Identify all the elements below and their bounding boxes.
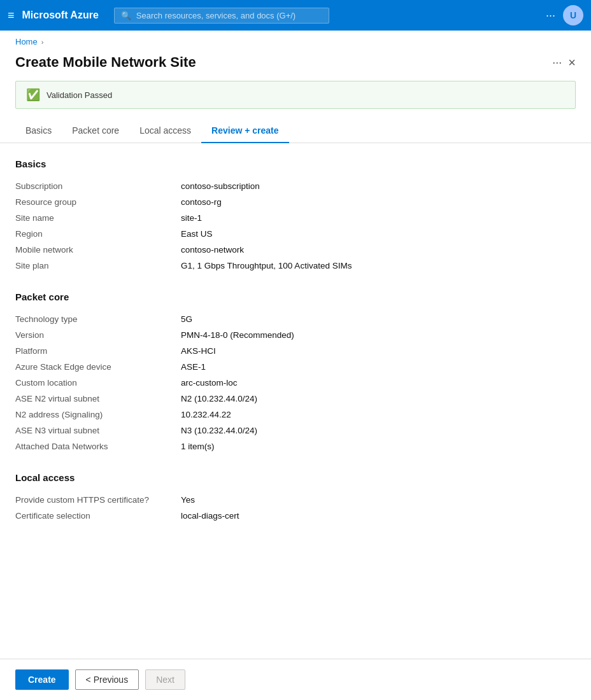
basics-section-title: Basics <box>15 158 576 169</box>
validation-message: Validation Passed <box>46 90 112 100</box>
field-site-name: Site name site-1 <box>15 210 576 226</box>
field-technology-type: Technology type 5G <box>15 311 576 327</box>
field-ase-n3-subnet: ASE N3 virtual subnet N3 (10.232.44.0/24… <box>15 423 576 438</box>
tab-packet-core[interactable]: Packet core <box>62 119 129 143</box>
search-bar[interactable]: 🔍 <box>114 8 329 24</box>
field-label-platform: Platform <box>15 346 181 356</box>
nav-ellipsis[interactable]: ··· <box>546 9 555 22</box>
tab-review-create[interactable]: Review + create <box>201 119 288 143</box>
field-value-custom-https: Yes <box>181 495 195 505</box>
field-value-custom-location: arc-custom-loc <box>181 378 238 388</box>
field-value-resource-group: contoso-rg <box>181 197 222 207</box>
field-label-site-plan: Site plan <box>15 261 181 270</box>
field-label-custom-https: Provide custom HTTPS certificate? <box>15 495 181 505</box>
local-access-section-title: Local access <box>15 472 576 483</box>
field-ase-device: Azure Stack Edge device ASE-1 <box>15 359 576 375</box>
previous-button[interactable]: < Previous <box>75 669 139 690</box>
field-label-ase-n2-subnet: ASE N2 virtual subnet <box>15 394 181 403</box>
field-value-region: East US <box>181 229 213 239</box>
brand-logo: Microsoft Azure <box>22 10 99 21</box>
field-label-technology-type: Technology type <box>15 314 181 324</box>
field-label-mobile-network: Mobile network <box>15 245 181 255</box>
page-title: Create Mobile Network Site <box>15 54 546 71</box>
field-label-subscription: Subscription <box>15 181 181 191</box>
field-label-custom-location: Custom location <box>15 378 181 388</box>
search-icon: 🔍 <box>121 11 131 20</box>
field-subscription: Subscription contoso-subscription <box>15 178 576 194</box>
field-custom-location: Custom location arc-custom-loc <box>15 375 576 391</box>
hamburger-menu[interactable]: ≡ <box>8 9 15 22</box>
field-value-site-name: site-1 <box>181 213 202 223</box>
field-value-site-plan: G1, 1 Gbps Throughtput, 100 Activated SI… <box>181 261 352 270</box>
validation-banner: ✅ Validation Passed <box>15 81 576 109</box>
field-label-ase-n3-subnet: ASE N3 virtual subnet <box>15 426 181 435</box>
field-label-ase-device: Azure Stack Edge device <box>15 362 181 372</box>
validation-icon: ✅ <box>26 88 40 102</box>
field-value-platform: AKS-HCI <box>181 346 216 356</box>
field-region: Region East US <box>15 226 576 242</box>
field-label-n2-address: N2 address (Signaling) <box>15 410 181 419</box>
field-value-mobile-network: contoso-network <box>181 245 244 255</box>
field-label-region: Region <box>15 229 181 239</box>
field-value-ase-n2-subnet: N2 (10.232.44.0/24) <box>181 394 257 403</box>
breadcrumb-separator: › <box>41 38 44 46</box>
tabs-bar: Basics Packet core Local access Review +… <box>0 119 591 143</box>
tab-local-access[interactable]: Local access <box>129 119 201 143</box>
field-value-subscription: contoso-subscription <box>181 181 260 191</box>
local-access-section: Local access Provide custom HTTPS certif… <box>15 472 576 524</box>
breadcrumb: Home › <box>0 31 591 49</box>
field-label-site-name: Site name <box>15 213 181 223</box>
field-value-ase-n3-subnet: N3 (10.232.44.0/24) <box>181 426 257 435</box>
basics-section: Basics Subscription contoso-subscription… <box>15 158 576 274</box>
field-value-attached-data-networks: 1 item(s) <box>181 442 215 451</box>
field-label-version: Version <box>15 330 181 340</box>
field-label-attached-data-networks: Attached Data Networks <box>15 442 181 451</box>
field-version: Version PMN-4-18-0 (Recommended) <box>15 327 576 343</box>
field-site-plan: Site plan G1, 1 Gbps Throughtput, 100 Ac… <box>15 258 576 274</box>
packet-core-section-title: Packet core <box>15 291 576 302</box>
page-header: Create Mobile Network Site ··· × <box>0 49 591 81</box>
field-n2-address: N2 address (Signaling) 10.232.44.22 <box>15 407 576 423</box>
top-nav: ≡ Microsoft Azure 🔍 ··· U <box>0 0 591 31</box>
field-value-ase-device: ASE-1 <box>181 362 206 372</box>
tab-basics[interactable]: Basics <box>15 119 62 143</box>
field-custom-https: Provide custom HTTPS certificate? Yes <box>15 492 576 508</box>
page-header-ellipsis[interactable]: ··· <box>552 56 562 69</box>
breadcrumb-home[interactable]: Home <box>15 37 38 46</box>
search-input[interactable] <box>136 11 322 20</box>
field-label-certificate-selection: Certificate selection <box>15 511 181 521</box>
main-content: Basics Subscription contoso-subscription… <box>0 158 591 659</box>
avatar[interactable]: U <box>563 5 583 25</box>
field-mobile-network: Mobile network contoso-network <box>15 242 576 258</box>
field-resource-group: Resource group contoso-rg <box>15 194 576 210</box>
field-ase-n2-subnet: ASE N2 virtual subnet N2 (10.232.44.0/24… <box>15 391 576 407</box>
create-button[interactable]: Create <box>15 669 69 690</box>
packet-core-section: Packet core Technology type 5G Version P… <box>15 291 576 454</box>
field-value-technology-type: 5G <box>181 314 192 324</box>
footer: Create < Previous Next <box>0 659 591 700</box>
field-platform: Platform AKS-HCI <box>15 343 576 359</box>
field-certificate-selection: Certificate selection local-diags-cert <box>15 508 576 524</box>
field-label-resource-group: Resource group <box>15 197 181 207</box>
next-button: Next <box>145 669 185 690</box>
field-value-certificate-selection: local-diags-cert <box>181 511 239 521</box>
close-button[interactable]: × <box>568 55 576 70</box>
field-value-n2-address: 10.232.44.22 <box>181 410 231 419</box>
field-attached-data-networks: Attached Data Networks 1 item(s) <box>15 438 576 454</box>
field-value-version: PMN-4-18-0 (Recommended) <box>181 330 294 340</box>
